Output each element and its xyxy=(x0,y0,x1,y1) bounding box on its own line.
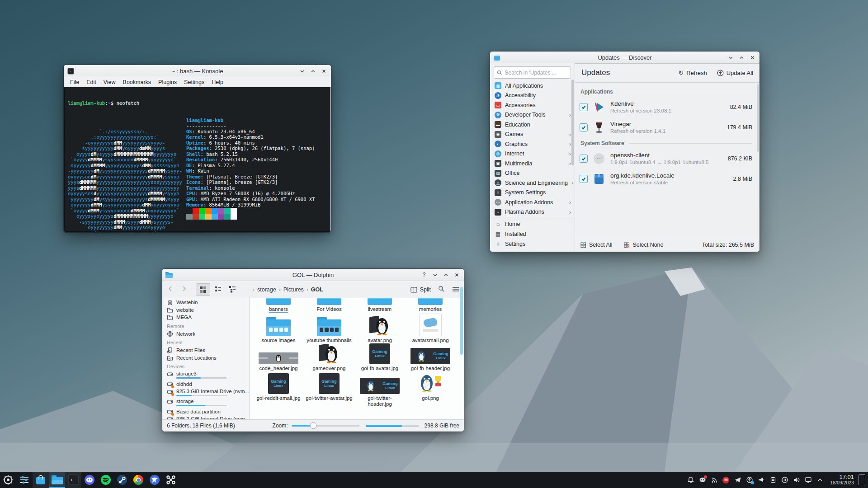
discover-close-button[interactable] xyxy=(747,53,758,62)
tray-notifications-icon[interactable] xyxy=(687,476,694,484)
split-button[interactable]: Split xyxy=(410,286,431,293)
taskbar-app-chrome[interactable] xyxy=(130,472,146,488)
taskbar-app-spotify[interactable] xyxy=(98,472,114,488)
tray-megaphone-icon[interactable] xyxy=(757,476,765,484)
update-checkbox[interactable] xyxy=(580,155,588,163)
tray-display-connect-icon[interactable] xyxy=(804,476,812,484)
update-checkbox[interactable] xyxy=(580,175,588,183)
discover-category-games[interactable]: ◉Games› xyxy=(490,130,575,140)
hamburger-menu-button[interactable] xyxy=(452,286,459,294)
dolphin-maximize-button[interactable] xyxy=(440,270,451,279)
update-item-openssh-client[interactable]: ⋯openssh-client1:9.0p1-1ubuntu8.4 → 1:9.… xyxy=(575,148,760,169)
tray-updates-tray-icon[interactable] xyxy=(745,476,753,484)
tray-clipboard-icon[interactable] xyxy=(769,476,777,484)
back-button[interactable] xyxy=(167,285,174,294)
digital-clock[interactable]: 17:01 18/09/2023 xyxy=(830,474,854,486)
file-source-images[interactable]: source images xyxy=(253,313,304,343)
discover-category-accessibility[interactable]: ♿Accessibility xyxy=(490,91,575,101)
file-gol-twitter-avatar-jpg[interactable]: GamingLinuxgol-twitter-avatar.jpg xyxy=(304,371,354,407)
file-gol-fb-header-jpg[interactable]: GamingLinuxgol-fb-header.jpg xyxy=(405,343,456,371)
tray-expander-icon[interactable] xyxy=(816,476,824,484)
discover-minimize-button[interactable] xyxy=(725,53,736,62)
discover-category-multimedia[interactable]: ▣Multimedia› xyxy=(490,159,575,169)
tray-media-pause-icon[interactable] xyxy=(781,476,788,484)
file-gol-png[interactable]: gol.png xyxy=(405,371,456,407)
konsole-titlebar[interactable]: › ~ : bash — Konsole xyxy=(64,65,331,77)
file-youtube-thumbnails[interactable]: youtube thumbnails xyxy=(304,313,354,343)
refresh-button[interactable]: ↻Refresh xyxy=(678,69,707,76)
file-avatarsmall-png[interactable]: avatarsmall.png xyxy=(405,313,456,343)
zoom-slider[interactable] xyxy=(292,425,359,427)
discover-category-education[interactable]: ▬Education xyxy=(490,120,575,130)
discover-category-system-settings[interactable]: ≡System Settings xyxy=(490,188,575,198)
taskbar-app-discord[interactable] xyxy=(81,472,98,488)
konsole-menu-plugins[interactable]: Plugins xyxy=(155,79,180,85)
discover-sidebar-scrollbar[interactable] xyxy=(571,80,574,165)
discover-place-settings[interactable]: ≡Settings xyxy=(490,239,575,249)
konsole-menu-bookmarks[interactable]: Bookmarks xyxy=(119,79,155,85)
discover-category-graphics[interactable]: ◐Graphics› xyxy=(490,139,575,149)
discover-category-application-addons[interactable]: ⋯Application Addons› xyxy=(490,197,575,207)
place-wastebin[interactable]: Wastebin xyxy=(162,299,249,306)
konsole-minimize-button[interactable] xyxy=(297,66,307,75)
place-basic-data-partition[interactable]: Basic data partition xyxy=(162,408,249,416)
forward-button[interactable] xyxy=(180,285,188,294)
show-desktop-button[interactable] xyxy=(859,474,865,485)
taskbar-app-dolphin[interactable] xyxy=(49,472,65,488)
konsole-terminal[interactable]: liam@liam-kub:~$ neofetch `.:/ossyyyysso… xyxy=(64,87,330,232)
discover-category-developer-tools[interactable]: ⚒Developer Tools› xyxy=(490,110,575,120)
dolphin-titlebar[interactable]: GOL — Dolphin ? xyxy=(162,269,464,281)
file-banners[interactable]: banners xyxy=(253,298,304,313)
taskbar-app-launcher[interactable] xyxy=(0,472,16,488)
taskbar-app-steam[interactable] xyxy=(114,472,130,488)
place-mega[interactable]: MEGA xyxy=(162,314,249,321)
dolphin-file-view[interactable]: bannersFor Videoslivestreammemoriessourc… xyxy=(250,298,464,420)
konsole-maximize-button[interactable] xyxy=(307,66,318,75)
file-memories[interactable]: memories xyxy=(405,298,456,313)
file-gol-twitter-header-jpg[interactable]: GamingLinuxgol-twitter-header.jpg xyxy=(354,371,405,407)
file-gol-fb-avatar-jpg[interactable]: GamingLinuxgol-fb-avatar.jpg xyxy=(354,343,405,371)
konsole-menu-settings[interactable]: Settings xyxy=(180,79,208,85)
place-recent-files[interactable]: Recent Files xyxy=(162,347,249,354)
discover-titlebar[interactable]: Updates — Discover xyxy=(490,52,760,64)
discover-category-accessories[interactable]: ▭Accessories xyxy=(490,100,575,110)
select-none-button[interactable]: Select None xyxy=(624,242,663,248)
konsole-menu-help[interactable]: Help xyxy=(208,79,227,85)
update-checkbox[interactable] xyxy=(580,103,588,111)
dolphin-minimize-button[interactable] xyxy=(429,270,440,279)
place-oldhdd[interactable]: oldhdd xyxy=(162,380,249,388)
konsole-menu-file[interactable]: File xyxy=(66,79,83,85)
discover-maximize-button[interactable] xyxy=(736,53,747,62)
discover-category-science-and-engineering[interactable]: △Science and Engineering› xyxy=(490,178,575,188)
discover-place-installed[interactable]: ▤Installed xyxy=(490,229,575,239)
tray-mega-icon[interactable]: M xyxy=(722,476,730,484)
breadcrumb-item-storage[interactable]: storage xyxy=(257,286,276,293)
breadcrumb-item-pictures[interactable]: Pictures xyxy=(283,286,304,293)
taskbar-app-konsole[interactable]: › xyxy=(65,472,81,488)
place-website[interactable]: website xyxy=(162,306,249,314)
discover-search-box[interactable] xyxy=(494,66,571,79)
konsole-menu-edit[interactable]: Edit xyxy=(83,79,100,85)
file-for-videos[interactable]: For Videos xyxy=(304,298,354,313)
tray-volume-icon[interactable] xyxy=(793,476,800,484)
update-item-org-kde-kdenlive-locale[interactable]: org.kde.kdenlive.LocaleRefresh of versio… xyxy=(575,169,760,189)
dolphin-search-button[interactable] xyxy=(438,286,445,294)
tray-discord-tray-icon[interactable] xyxy=(698,476,706,484)
compact-view-button[interactable] xyxy=(211,283,225,295)
discover-content-scrollbar[interactable] xyxy=(757,84,759,152)
taskbar-app-thunderbird[interactable] xyxy=(146,472,163,488)
tray-rss-icon[interactable] xyxy=(710,476,718,484)
icons-view-button[interactable] xyxy=(196,283,210,296)
update-checkbox[interactable] xyxy=(580,123,588,131)
select-all-button[interactable]: Select All xyxy=(580,242,612,248)
place-storage[interactable]: storage xyxy=(162,398,249,408)
update-item-kdenlive[interactable]: KdenliveRefresh of version 23.08.182.4 M… xyxy=(575,97,760,117)
file-code-header-jpg[interactable]: code_header.jpg xyxy=(253,343,304,371)
taskbar-app-system-settings[interactable] xyxy=(16,472,33,488)
dolphin-view-scrollbar[interactable] xyxy=(460,287,463,355)
discover-category-office[interactable]: ▤Office xyxy=(490,169,575,178)
update-item-vinegar[interactable]: VinegarRefresh of version 1.4.1179.4 MiB xyxy=(575,117,760,137)
file-gameover-png[interactable]: gameover.png xyxy=(304,343,354,371)
place-storage3[interactable]: storage3 xyxy=(162,371,249,380)
dolphin-close-button[interactable] xyxy=(451,270,462,279)
